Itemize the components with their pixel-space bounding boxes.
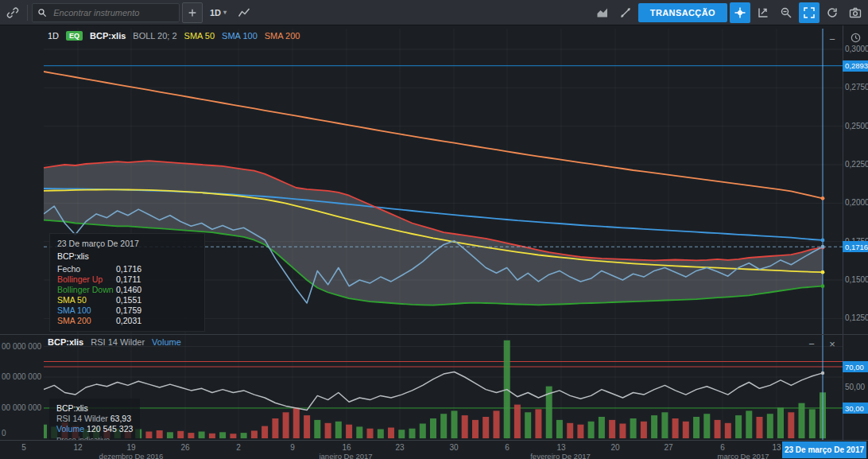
- volume-axis-label: 0: [2, 429, 6, 438]
- line-chart-icon: [238, 6, 250, 19]
- zoom-out-icon: [780, 6, 792, 19]
- price-axis-label: 0,2000: [845, 198, 868, 207]
- time-tick-label: 27: [659, 443, 678, 452]
- time-tick-label: 9: [283, 443, 302, 452]
- link-button[interactable]: [2, 2, 23, 23]
- time-month-label: janeiro De 2017: [290, 452, 401, 459]
- search-icon: [37, 7, 47, 18]
- tooltip-row: SMA 1000,1759: [57, 305, 197, 316]
- time-tick-label: 13: [552, 443, 571, 452]
- search-input[interactable]: [52, 7, 174, 18]
- lower-tooltip-symbol: BCP:xlis: [56, 403, 133, 414]
- tooltip-row: Bollinger Up0,1711: [57, 274, 197, 285]
- refresh-icon: [826, 6, 839, 19]
- fit-chart-button[interactable]: [799, 2, 820, 23]
- lower-panel-minimize-button[interactable]: −: [804, 336, 819, 351]
- price-axis-label: 0,2500: [845, 122, 868, 130]
- fit-screen-icon: [803, 6, 816, 19]
- crosshair-button[interactable]: [730, 2, 750, 23]
- time-month-label: fevereiro De 2017: [505, 452, 616, 459]
- lower-panel-close-button[interactable]: ×: [825, 336, 839, 351]
- time-tick-label: 2: [229, 443, 248, 452]
- time-tick-label: 12: [68, 443, 87, 452]
- link-icon: [6, 6, 19, 19]
- time-tick-label: 26: [176, 443, 195, 452]
- chevron-down-icon: ▾: [223, 9, 227, 16]
- time-month-label: dezembro De 2016: [76, 452, 187, 459]
- legend-sma200[interactable]: SMA 200: [265, 31, 300, 41]
- cursor-date-tag: 23 De março De 2017: [782, 441, 866, 458]
- rsi-level-tag: 70,00: [843, 361, 868, 372]
- trend-line-button[interactable]: [615, 2, 636, 23]
- top-toolbar: 1D ▾ TRANSACÇÃO: [0, 0, 868, 25]
- tooltip-symbol: BCP:xlis: [57, 251, 197, 262]
- lower-tooltip-rsi-value: 63,93: [110, 414, 131, 423]
- trading-app: 1D ▾ TRANSACÇÃO: [0, 0, 868, 459]
- main-chart-tooltip: 23 De março De 2017 BCP:xlis Fecho0,1716…: [49, 233, 205, 332]
- timeframe-button[interactable]: 1D ▾: [205, 2, 231, 23]
- time-tick-label: 6: [498, 443, 517, 452]
- lower-tooltip-rsi-label: RSI 14 Wilder: [56, 414, 108, 423]
- price-axis-label: 0,2750: [845, 83, 868, 91]
- lower-legend-indicator[interactable]: RSI 14 Wilder: [91, 337, 145, 347]
- tooltip-row: Bollinger Down0,1460: [57, 285, 197, 295]
- lower-tooltip-volume-label: Volume: [56, 424, 84, 434]
- area-chart-icon: [596, 6, 609, 19]
- price-axis-label: 0,1500: [845, 275, 868, 284]
- last-price-tag: 0,1716: [843, 241, 868, 252]
- legend-sma50[interactable]: SMA 50: [184, 31, 215, 41]
- add-instrument-button[interactable]: [182, 2, 203, 23]
- legend-symbol[interactable]: BCP:xlis: [90, 31, 126, 41]
- time-tick-label: 16: [337, 443, 356, 452]
- camera-icon: [849, 6, 862, 19]
- main-panel-minimize-button[interactable]: −: [825, 32, 839, 46]
- axis-scale-icon: [757, 6, 769, 19]
- chart-canvas[interactable]: [0, 0, 868, 459]
- camera-button[interactable]: [845, 2, 866, 23]
- timeframe-label: 1D: [210, 8, 221, 18]
- transaction-button[interactable]: TRANSACÇÃO: [638, 3, 727, 22]
- lower-legend-symbol[interactable]: BCP:xlis: [48, 337, 83, 347]
- lower-legend-volume-link[interactable]: Volume: [152, 337, 181, 347]
- crosshair-icon: [734, 6, 746, 19]
- price-axis-label: 0,2250: [845, 160, 868, 169]
- refresh-button[interactable]: [822, 2, 843, 23]
- axis-scale-button[interactable]: [753, 2, 773, 23]
- trend-line-icon: [619, 6, 632, 19]
- alert-price-tag: 0,2893: [843, 60, 868, 72]
- rsi-level-tag: 30,00: [843, 403, 868, 414]
- volume-axis-label: 00 000 000: [2, 372, 41, 381]
- main-chart-legend: 1D EQ BCP:xlis BOLL 20; 2 SMA 50 SMA 100…: [48, 31, 300, 41]
- time-axis[interactable]: 5121926291623306132027613dezembro De 201…: [0, 440, 868, 459]
- area-chart-button[interactable]: [592, 2, 613, 23]
- panel-divider[interactable]: [0, 334, 868, 335]
- volume-axis-label: 00 000 000: [2, 403, 41, 412]
- tooltip-row: SMA 500,1551: [57, 295, 197, 305]
- time-tick-label: 6: [713, 443, 732, 452]
- time-tick-label: 30: [444, 443, 463, 452]
- time-tick-label: 23: [390, 443, 409, 452]
- zoom-out-button[interactable]: [776, 2, 796, 23]
- legend-timeframe[interactable]: 1D: [48, 31, 59, 41]
- plus-icon: [187, 7, 198, 18]
- clock-icon[interactable]: [850, 32, 862, 47]
- tooltip-date: 23 De março De 2017: [57, 239, 197, 249]
- rsi-axis-label: 50,00: [845, 383, 865, 391]
- search-box[interactable]: [32, 3, 180, 22]
- time-tick-label: 20: [606, 443, 625, 452]
- volume-axis-label: 00 000 000: [2, 342, 41, 351]
- legend-boll[interactable]: BOLL 20; 2: [133, 31, 176, 41]
- lower-tooltip-volume-value: 120 545 323: [87, 424, 133, 434]
- tooltip-row: SMA 2000,2031: [57, 316, 197, 326]
- instrument-type-badge: EQ: [66, 31, 83, 41]
- tooltip-row: Fecho0,1716: [57, 264, 197, 274]
- legend-sma100[interactable]: SMA 100: [222, 31, 258, 41]
- chart-type-button[interactable]: [234, 2, 254, 23]
- price-axis-label: 0,1250: [845, 313, 868, 322]
- lower-panel-legend: BCP:xlis RSI 14 Wilder Volume: [48, 337, 181, 347]
- toolbar-separator: [27, 5, 28, 21]
- time-tick-label: 19: [122, 443, 141, 452]
- time-tick-label: 5: [14, 443, 33, 452]
